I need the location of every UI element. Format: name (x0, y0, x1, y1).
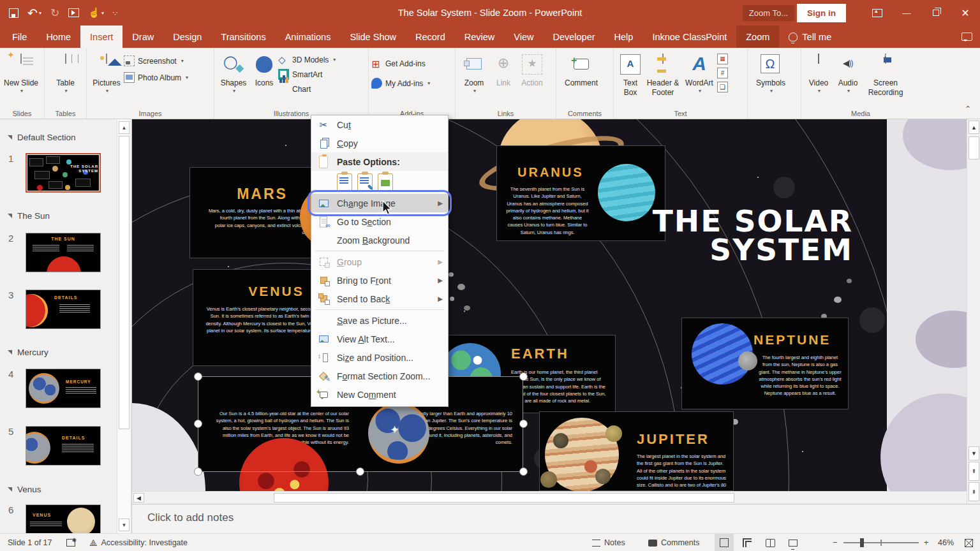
resize-handle-w[interactable] (194, 420, 202, 428)
pictures-button[interactable]: Pictures▾ (89, 50, 124, 107)
tab-home[interactable]: Home (36, 26, 80, 48)
minimize-button[interactable]: — (892, 0, 921, 26)
comments-toggle[interactable]: Comments (648, 534, 699, 551)
icons-button[interactable]: Icons (250, 50, 278, 107)
paste-as-picture-button[interactable] (378, 173, 393, 191)
menu-item-copy[interactable]: Copy (311, 134, 448, 152)
scroll-down-icon[interactable]: ▼ (969, 446, 979, 460)
menu-item-bring-to-front[interactable]: Bring to Front ▶ (311, 271, 448, 290)
tab-transitions[interactable]: Transitions (211, 26, 275, 48)
get-add-ins-button[interactable]: ⊞ Get Add-ins (371, 58, 430, 69)
menu-item-save-as-picture[interactable]: Save as Picture... (311, 311, 448, 330)
section-header-venus[interactable]: Venus (8, 485, 41, 494)
paste-use-destination-theme-button[interactable]: ✎ (357, 173, 373, 191)
slide-thumbnail-2[interactable]: THE SUN (26, 233, 101, 272)
slide-title[interactable]: THE SOLARSYSTEM (521, 207, 853, 264)
slide-thumbnail-5[interactable]: DETAILS (26, 426, 101, 466)
notes-placeholder[interactable]: Click to add notes (147, 511, 234, 524)
collapse-ribbon-icon[interactable]: ⌃ (965, 105, 971, 114)
menu-item-zoom-background[interactable]: Zoom Background (311, 231, 448, 249)
header-footer-button[interactable]: Header & Footer (644, 50, 681, 107)
date-time-icon[interactable]: ▦ (717, 54, 728, 64)
slide-canvas[interactable]: MARS Mars, a cold, dry, dusty planet wit… (132, 119, 967, 491)
tab-review[interactable]: Review (455, 26, 505, 48)
zoom-in-button[interactable]: + (924, 534, 928, 551)
screenshot-button[interactable]: Screenshot▾ (124, 55, 188, 66)
menu-item-change-image[interactable]: Change Image ▶ (311, 194, 448, 212)
my-add-ins-button[interactable]: My Add-ins▾ (371, 78, 430, 89)
tab-inknoe-classpoint[interactable]: Inknoe ClassPoint (642, 26, 736, 48)
new-slide-button[interactable]: ✦ New Slide▾ (3, 50, 40, 107)
tab-tell-me[interactable]: Tell me (779, 26, 841, 48)
tab-record[interactable]: Record (406, 26, 455, 48)
comments-toggle-icon[interactable] (961, 26, 972, 48)
tab-draw[interactable]: Draw (122, 26, 163, 48)
wordart-button[interactable]: A WordArt▾ (681, 50, 717, 107)
text-box-button[interactable]: A Text Box (616, 50, 644, 107)
section-header-default[interactable]: Default Section (8, 133, 76, 142)
slide-number-icon[interactable]: # (717, 68, 728, 78)
resize-handle-s[interactable] (356, 467, 364, 476)
accessibility-status[interactable]: ⟁Accessibility: Investigate (89, 534, 188, 551)
tab-design[interactable]: Design (163, 26, 211, 48)
symbols-button[interactable]: Ω Symbols▾ (750, 50, 791, 107)
comment-button[interactable]: + Comment (559, 50, 604, 107)
zoom-out-button[interactable]: − (833, 534, 837, 551)
normal-view-button[interactable] (715, 534, 734, 551)
ribbon-display-options-button[interactable] (863, 0, 892, 26)
audio-button[interactable]: Audio▾ (833, 50, 863, 107)
scroll-left-icon[interactable]: ◀ (133, 493, 144, 503)
zoom-level[interactable]: 46% (938, 534, 954, 551)
object-icon[interactable]: ❏ (717, 82, 728, 92)
zoom-to-button[interactable]: Zoom To... (743, 5, 794, 21)
sidebar-scroll-down-icon[interactable]: ▼ (119, 518, 130, 531)
next-slide-button[interactable]: ⇟ (969, 482, 979, 501)
fit-slide-to-window-button[interactable] (965, 534, 973, 551)
reading-view-button[interactable] (761, 534, 780, 551)
slideshow-view-button[interactable] (783, 534, 803, 551)
menu-item-format-section-zoom[interactable]: ✎ Format Section Zoom... (311, 367, 448, 385)
sidebar-scrollbar[interactable]: ▲ ▼ (117, 119, 130, 533)
sidebar-scroll-up-icon[interactable]: ▲ (119, 121, 130, 134)
notes-pane[interactable]: Click to add notes (132, 504, 980, 533)
previous-slide-button[interactable]: ⇞ (969, 462, 979, 481)
scroll-up-icon[interactable]: ▲ (969, 121, 979, 134)
tab-view[interactable]: View (504, 26, 543, 48)
horizontal-scrollbar[interactable]: ◀ (132, 491, 967, 504)
restore-button[interactable] (921, 0, 951, 26)
resize-handle-sw[interactable] (194, 467, 202, 476)
chart-button[interactable]: Chart (278, 84, 336, 94)
menu-item-go-to-section[interactable]: ∞ Go to Section (311, 212, 448, 231)
zoom-slider[interactable] (843, 534, 919, 551)
slide-thumbnail-4[interactable]: MERCURY (26, 369, 101, 408)
zoom-slider-thumb[interactable] (860, 538, 864, 547)
notes-toggle[interactable]: Notes (592, 534, 625, 551)
menu-item-send-to-back[interactable]: Send to Back ▶ (311, 290, 448, 308)
resize-handle-ne[interactable] (519, 372, 528, 381)
tab-help[interactable]: Help (605, 26, 643, 48)
slide-counter[interactable]: Slide 1 of 17 (8, 534, 52, 551)
menu-item-new-comment[interactable]: + New Comment (311, 385, 448, 404)
horizontal-scrollbar-thumb[interactable] (274, 493, 734, 503)
resize-handle-e[interactable] (519, 420, 528, 428)
section-header-mercury[interactable]: Mercury (8, 348, 48, 357)
photo-album-button[interactable]: Photo Album▾ (124, 72, 188, 83)
video-button[interactable]: Video▾ (804, 50, 833, 107)
slide-sorter-view-button[interactable] (738, 534, 757, 551)
screen-recording-button[interactable]: + Screen Recording (863, 50, 909, 107)
close-button[interactable]: ✕ (951, 0, 980, 26)
tab-zoom[interactable]: Zoom (736, 26, 779, 48)
tab-file[interactable]: File (3, 26, 36, 48)
menu-item-size-and-position[interactable]: ↕ Size and Position... (311, 348, 448, 367)
tab-developer[interactable]: Developer (543, 26, 604, 48)
display-settings-icon[interactable]: ✱ (66, 534, 75, 551)
vertical-scrollbar[interactable]: ▲ ▼ ⇞ ⇟ (967, 119, 980, 504)
zoom-button[interactable]: Zoom▾ (458, 50, 490, 107)
shapes-button[interactable]: Shapes▾ (217, 50, 250, 107)
vertical-scrollbar-thumb[interactable] (969, 136, 979, 159)
sidebar-scrollbar-thumb[interactable] (119, 136, 130, 429)
slide-thumbnail-6[interactable]: VENUS (26, 504, 101, 533)
menu-item-view-alt-text[interactable]: View Alt Text... (311, 330, 448, 348)
menu-item-cut[interactable]: ✂ Cut (311, 115, 448, 134)
table-button[interactable]: Table▾ (47, 50, 84, 107)
